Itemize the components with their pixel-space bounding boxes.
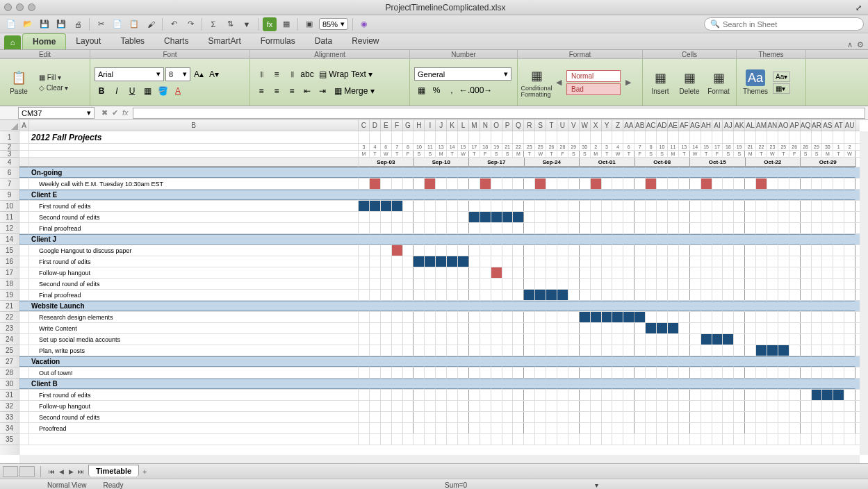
cell[interactable]	[513, 212, 524, 222]
row-header[interactable]: 19	[0, 290, 19, 301]
filter-icon[interactable]: ▼	[240, 17, 254, 31]
cell[interactable]	[491, 223, 502, 233]
cell[interactable]	[580, 267, 591, 278]
cell[interactable]	[801, 131, 812, 143]
cell[interactable]	[812, 334, 823, 345]
cell[interactable]	[403, 212, 414, 222]
cell[interactable]	[844, 390, 855, 400]
cell[interactable]	[690, 367, 701, 378]
cell[interactable]	[469, 423, 480, 433]
cell[interactable]	[591, 190, 602, 200]
cell[interactable]	[392, 234, 403, 244]
cell[interactable]	[524, 223, 535, 233]
cell[interactable]	[19, 279, 29, 289]
cell[interactable]: F	[557, 151, 568, 157]
cell[interactable]: F	[712, 151, 723, 157]
cell[interactable]	[734, 267, 745, 278]
cell[interactable]	[557, 167, 568, 178]
cell[interactable]	[745, 401, 756, 411]
name-box[interactable]: CM37▾	[18, 107, 95, 119]
cell[interactable]	[767, 401, 778, 411]
cell[interactable]	[745, 212, 756, 222]
cell[interactable]	[425, 212, 436, 222]
cell[interactable]: 30	[822, 144, 833, 150]
cell[interactable]	[690, 201, 701, 211]
cell[interactable]	[535, 379, 546, 389]
cell[interactable]	[801, 390, 812, 400]
cell[interactable]	[381, 301, 392, 311]
cell[interactable]	[458, 212, 469, 222]
cell[interactable]	[833, 390, 844, 400]
cell[interactable]	[591, 390, 602, 400]
cell[interactable]	[447, 223, 458, 233]
cell[interactable]	[789, 323, 801, 333]
cell[interactable]: T	[370, 151, 381, 157]
col-header[interactable]: AL	[745, 120, 756, 131]
cell[interactable]	[392, 223, 403, 233]
cell[interactable]	[789, 334, 801, 345]
cell[interactable]	[480, 267, 491, 278]
cell[interactable]	[568, 312, 580, 322]
cell[interactable]	[734, 301, 745, 311]
cell[interactable]	[679, 401, 690, 411]
cell[interactable]	[623, 179, 634, 189]
cell[interactable]	[712, 190, 723, 200]
underline-button[interactable]: U	[125, 84, 139, 98]
cell[interactable]	[679, 323, 690, 333]
cell[interactable]	[425, 167, 436, 178]
cell[interactable]: 10	[657, 144, 668, 150]
cell[interactable]	[822, 212, 833, 222]
normal-view-icon[interactable]	[3, 466, 18, 477]
cell[interactable]	[745, 312, 756, 322]
cell[interactable]	[513, 256, 524, 267]
cell[interactable]	[701, 312, 712, 322]
cell[interactable]: 8	[646, 144, 657, 150]
indent-inc-icon[interactable]: ⇥	[316, 84, 329, 98]
cell[interactable]	[745, 267, 756, 278]
app-home-icon[interactable]: ⌂	[4, 35, 21, 49]
cell[interactable]	[480, 434, 491, 445]
cell[interactable]	[734, 379, 745, 389]
cell[interactable]	[458, 190, 469, 200]
cell[interactable]	[712, 234, 723, 244]
row-header[interactable]: 34	[0, 423, 19, 434]
cell[interactable]	[646, 379, 657, 389]
cell[interactable]	[535, 223, 546, 233]
cell[interactable]: 18	[723, 144, 734, 150]
row-header[interactable]: 30	[0, 379, 19, 390]
cell[interactable]	[447, 131, 458, 143]
cell[interactable]	[359, 167, 370, 178]
cell[interactable]	[436, 256, 447, 267]
cell[interactable]	[425, 223, 436, 233]
cell[interactable]	[712, 390, 723, 400]
cell[interactable]	[524, 212, 535, 222]
cell[interactable]	[833, 301, 844, 311]
cell[interactable]	[812, 290, 823, 300]
cell[interactable]	[524, 334, 535, 345]
col-header[interactable]: W	[580, 120, 591, 131]
indent-dec-icon[interactable]: ⇤	[300, 84, 314, 98]
cell[interactable]	[822, 167, 833, 178]
cell[interactable]	[524, 379, 535, 389]
cell[interactable]	[392, 179, 403, 189]
cell[interactable]	[413, 179, 425, 189]
cell[interactable]	[568, 301, 580, 311]
cell[interactable]	[679, 245, 690, 256]
cell[interactable]	[524, 256, 535, 267]
cell[interactable]	[447, 267, 458, 278]
cell[interactable]	[778, 190, 789, 200]
tab-charts[interactable]: Charts	[154, 33, 198, 49]
cell[interactable]	[568, 412, 580, 422]
cell[interactable]	[568, 131, 580, 143]
cell[interactable]	[634, 190, 646, 200]
cell[interactable]	[612, 223, 623, 233]
cell[interactable]	[712, 131, 723, 143]
cell[interactable]	[634, 312, 646, 322]
row-header[interactable]: 11	[0, 212, 19, 223]
cell[interactable]	[436, 131, 447, 143]
cell[interactable]	[491, 290, 502, 300]
cell[interactable]: 25	[778, 144, 789, 150]
cell[interactable]	[767, 234, 778, 244]
cell[interactable]	[359, 323, 370, 333]
cell[interactable]	[657, 301, 668, 311]
